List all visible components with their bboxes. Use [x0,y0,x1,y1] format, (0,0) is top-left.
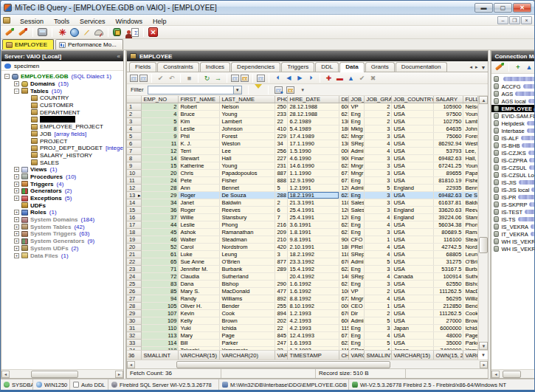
tree-minus-icon[interactable]: − [4,74,10,79]
grid-cell[interactable]: 15.4.1992 [288,266,339,273]
grid-cell[interactable]: Bennet [220,185,275,192]
grid-cell[interactable]: 85 [142,288,179,295]
row-number-cell[interactable]: 7 [127,148,142,155]
grid-cell[interactable]: USA [392,192,434,199]
grid-cell[interactable]: Ann [179,185,220,192]
tab-triggers[interactable]: Triggers [281,62,314,72]
grid-cell[interactable]: 111262.5 [434,310,463,317]
grid-cell[interactable]: Mary S. [179,288,220,295]
grid-cell[interactable] [275,273,288,281]
tab-data[interactable]: Data [339,62,364,72]
connection-item-is-bhb[interactable]: IS-BHB [491,142,535,149]
table-row[interactable]: 28105Oliver H.Bender2558.10.1992000CEO1U… [127,303,478,310]
grid-cell[interactable]: 28.12.1988 [288,111,339,118]
close-dataset-icon[interactable] [257,75,265,82]
grid-cell[interactable]: 1.6.1992 [288,288,339,295]
grid-cell[interactable]: 75060 [434,133,463,140]
grid-cell[interactable]: Eng [349,111,365,118]
grid-cell[interactable]: 53793 [434,148,463,155]
grid-cell[interactable]: Terri [179,148,220,155]
connect-carrot-icon[interactable] [494,62,505,72]
tree-minus-icon[interactable]: − [14,89,19,94]
table-row[interactable]: 2685Mary S.MacDonald4771.6.1992100VP2USA… [127,288,478,295]
tree-item-sales[interactable]: SALES [1,159,123,166]
row-number-cell[interactable]: 17 [127,221,142,229]
grid-cell[interactable]: 39224.06 [434,214,463,221]
grid-cell[interactable]: Canada [392,273,434,281]
table-row[interactable]: 1434JanetBaldwin221.3.1991110Sales3USA61… [127,199,478,207]
grid-cell[interactable]: 670 [339,258,349,266]
grid-cell[interactable]: Bill [179,340,220,347]
grid-cell[interactable]: 3 [365,162,392,170]
grid-cell[interactable]: Brown [220,317,275,325]
grid-cell[interactable]: Chris [179,170,220,177]
grid-cell[interactable]: 120 [339,207,349,214]
grid-cell[interactable]: 4 [142,111,179,118]
connection-item-employee-localhost[interactable]: EMPLOYEE (LOCALHOST: [491,105,535,112]
grid-hscrollbar[interactable]: ◂ ▸ [127,360,489,368]
grid-cell[interactable]: Parker [220,340,275,347]
row-number-cell[interactable]: 13 [127,192,142,199]
grid-cell[interactable]: 233 [275,111,288,118]
grid-cell[interactable]: 6.2.1989 [288,118,339,125]
grid-cell[interactable]: 100 [339,288,349,295]
grid-cell[interactable]: 289 [275,266,288,273]
tab-fields[interactable]: Fields [129,62,156,72]
connection-item-is-test[interactable]: IS-TEST [491,208,535,216]
row-number-cell[interactable]: 10 [127,170,142,177]
grid-cell[interactable]: 4 [365,214,392,221]
grid-cell[interactable]: 53167.5 [434,266,463,273]
scroll-right-icon[interactable]: ▸ [115,371,123,378]
tree-item-system-triggers[interactable]: +System Triggers(63) [1,230,123,238]
grid-cell[interactable]: 623 [339,221,349,229]
grid-cell[interactable]: MacDo [463,288,478,295]
row-number-cell[interactable]: 4 [127,125,142,133]
grid-cell[interactable]: Hall [220,155,275,162]
tree-item-views[interactable]: +Views(1) [1,166,123,173]
table-row[interactable]: 1329RogerDe Souza28818.2.1991623Eng3USA6… [127,192,478,199]
grid-cell[interactable]: 210 [275,236,288,244]
grid-cell[interactable]: 130 [339,140,349,148]
broom-icon[interactable]: ∕ [80,26,93,38]
grid-cell[interactable]: 110 [142,325,179,332]
grid-cell[interactable]: 14 [142,155,179,162]
grid-cell[interactable]: Bishop [220,281,275,288]
mdi-minimize-button[interactable]: – [497,16,508,24]
grid-cell[interactable]: Mary [179,332,220,340]
grid-cell[interactable]: Stansb [463,214,478,221]
grid-cell[interactable]: 877 [275,258,288,266]
grid-cell[interactable]: Parker, [463,340,478,347]
grid-cell[interactable]: 109 [142,317,179,325]
grid-cell[interactable]: 3 [365,207,392,214]
tree-plus-icon[interactable]: + [14,210,19,215]
grid-cell[interactable]: USA [392,340,434,347]
grid-cell[interactable]: 5 [365,258,392,266]
tree-item-generators[interactable]: +Generators(2) [1,188,123,195]
grid-cell[interactable]: 180 [339,244,349,251]
grid-cell[interactable]: 623 [339,192,349,199]
cancel-edit-icon[interactable]: ✖ [368,73,378,83]
grid-cell[interactable]: 102750 [434,118,463,125]
grid-cell[interactable]: 35000 [434,340,463,347]
grid-cell[interactable]: USA [392,111,434,118]
grid-cell[interactable]: 69482.63 [434,155,463,162]
grid-cell[interactable]: Johnson [220,125,275,133]
grid-cell[interactable]: 89655 [434,170,463,177]
grid-cell[interactable]: Weston [463,140,478,148]
grid-cell[interactable]: Bishop, [463,281,478,288]
grid-refresh-icon[interactable] [139,75,148,82]
grid-color-icon[interactable] [286,86,294,94]
row-number-cell[interactable]: 34 [127,347,142,350]
grid-cell[interactable]: Admin [349,258,365,266]
grid-cell[interactable]: 34 [275,140,288,148]
grid-cell[interactable]: 255 [275,303,288,310]
grid-cell[interactable]: Luke [179,251,220,258]
tree-plus-icon[interactable]: + [14,196,19,201]
grid-cell[interactable]: USA [392,229,434,236]
grid-cell[interactable]: 202 [275,317,288,325]
grid-cell[interactable]: Lee, Te [463,148,478,155]
grid-cell[interactable]: Admin [349,317,365,325]
table-row[interactable]: 712TerriLee2561.5.1990000Admin4USA53793L… [127,148,478,155]
mdi-child-icon[interactable] [3,17,10,24]
tree-plus-icon[interactable]: + [14,231,19,236]
